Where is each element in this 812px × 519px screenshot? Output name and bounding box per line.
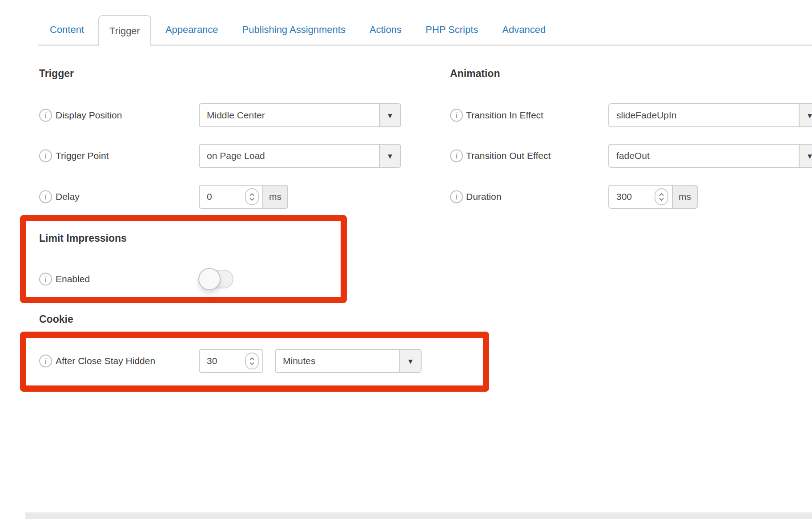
chevron-down-icon[interactable]: ▾ [799,145,812,167]
transition-in-label: Transition In Effect [466,110,543,121]
horizontal-scrollbar-track[interactable] [25,512,812,519]
tab-php-scripts[interactable]: PHP Scripts [414,15,490,45]
after-close-unit-value: Minutes [276,350,399,372]
info-icon[interactable]: i [450,150,463,162]
info-icon[interactable]: i [450,109,463,122]
duration-unit-addon: ms [673,185,698,209]
number-stepper[interactable] [655,188,668,205]
transition-out-label: Transition Out Effect [466,150,551,161]
toggle-knob [198,268,221,290]
duration-label: Duration [466,191,501,202]
after-close-unit-select[interactable]: Minutes ▾ [275,349,422,373]
duration-input-group: 300 ms [608,185,698,209]
enabled-label: Enabled [56,274,90,284]
after-close-label: After Close Stay Hidden [56,356,155,366]
info-icon[interactable]: i [39,273,52,286]
chevron-down-icon [249,362,255,365]
cookie-section-title: Cookie [39,313,73,325]
tab-actions[interactable]: Actions [358,15,414,45]
duration-value: 300 [616,191,655,202]
transition-in-value: slideFadeUpIn [609,104,799,126]
animation-section-title: Animation [450,68,500,80]
duration-input[interactable]: 300 [608,185,673,209]
tab-bar: Content Trigger Appearance Publishing As… [38,15,812,46]
tab-content[interactable]: Content [38,15,96,45]
info-icon[interactable]: i [450,191,463,203]
chevron-down-icon[interactable]: ▾ [799,104,812,126]
enabled-row: i Enabled [0,267,812,291]
after-close-row: i After Close Stay Hidden 30 Minutes ▾ [0,349,812,373]
number-stepper[interactable] [245,353,259,369]
after-close-input[interactable]: 30 [199,349,263,373]
after-close-value: 30 [207,356,245,366]
after-close-input-group: 30 [199,349,263,373]
tab-trigger[interactable]: Trigger [98,15,151,46]
chevron-down-icon[interactable]: ▾ [399,350,421,372]
tab-advanced[interactable]: Advanced [490,15,558,45]
transition-in-select[interactable]: slideFadeUpIn ▾ [608,103,812,127]
tab-publishing-assignments[interactable]: Publishing Assignments [230,15,358,45]
chevron-up-icon [249,357,255,361]
transition-out-row: i Transition Out Effect fadeOut ▾ [0,144,812,168]
limit-impressions-section-title: Limit Impressions [39,232,127,244]
chevron-up-icon [659,193,664,196]
trigger-section-title: Trigger [39,68,74,80]
chevron-down-icon [659,198,664,201]
transition-out-select[interactable]: fadeOut ▾ [608,144,812,168]
duration-row: i Duration 300 ms [0,185,812,209]
info-icon[interactable]: i [39,355,52,368]
tab-appearance[interactable]: Appearance [153,15,230,45]
enabled-toggle[interactable] [199,270,233,288]
transition-in-row: i Transition In Effect slideFadeUpIn ▾ [0,103,812,127]
transition-out-value: fadeOut [609,145,799,167]
